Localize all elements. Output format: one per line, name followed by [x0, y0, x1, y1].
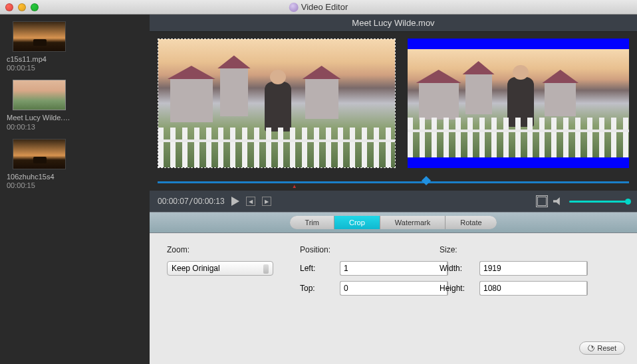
crop-output-preview [408, 39, 629, 168]
timeline-scrubber[interactable]: ▲ [292, 183, 297, 189]
crop-source-preview[interactable] [158, 39, 396, 168]
preview-row [150, 32, 637, 175]
window-controls [5, 3, 39, 11]
left-field[interactable] [340, 261, 447, 276]
width-field[interactable] [479, 261, 586, 276]
zoom-label: Zoom: [167, 245, 273, 254]
clip-thumbnail [13, 80, 66, 110]
clip-name: 106zhuhc15s4 [7, 172, 72, 181]
left-label: Left: [300, 264, 333, 273]
volume-icon[interactable] [553, 197, 563, 205]
left-input[interactable]: ▲▼ [340, 261, 413, 276]
zoom-window-button[interactable] [31, 3, 39, 11]
clip-item[interactable]: c15s11.mp4 00:00:15 [7, 21, 72, 72]
clip-thumbnail [13, 139, 66, 169]
height-input[interactable]: ▲▼ [479, 281, 553, 296]
top-field[interactable] [340, 281, 447, 296]
volume-slider[interactable] [569, 201, 629, 203]
clip-item[interactable]: 106zhuhc15s4 00:00:15 [7, 139, 72, 189]
zoom-select-value: Keep Orinigal [172, 264, 220, 273]
playback-controls: 00:00:07/00:00:13 ◀ ▶ [150, 191, 637, 212]
reset-button[interactable]: Reset [579, 341, 625, 355]
crop-panel: Zoom: Keep Orinigal ▲▼ Position: Left: ▲… [150, 233, 637, 364]
play-button[interactable] [231, 197, 239, 206]
position-label: Position: [300, 245, 413, 254]
tab-crop[interactable]: Crop [334, 216, 380, 229]
edit-tabs: Trim Crop Watermark Rotate [150, 212, 637, 233]
height-field[interactable] [479, 281, 586, 296]
close-window-button[interactable] [5, 3, 13, 11]
minimize-window-button[interactable] [18, 3, 26, 11]
timeline-playhead[interactable] [422, 176, 431, 185]
size-label: Size: [440, 245, 553, 254]
app-title: Video Editor [289, 2, 348, 12]
main-area: Meet Lucy Wilde.mov [150, 15, 637, 364]
step-forward-button[interactable]: ▶ [262, 197, 271, 206]
app-title-text: Video Editor [301, 2, 348, 12]
tab-rotate[interactable]: Rotate [446, 216, 496, 229]
clip-item[interactable]: Meet Lucy Wilde.mov 00:00:13 [7, 80, 72, 130]
titlebar: Video Editor [0, 0, 637, 15]
clip-duration: 00:00:13 [7, 123, 72, 131]
clip-name: c15s11.mp4 [7, 54, 72, 64]
zoom-select[interactable]: Keep Orinigal ▲▼ [167, 261, 273, 276]
timeline[interactable]: ▲ [150, 175, 637, 191]
top-label: Top: [300, 284, 333, 293]
width-input[interactable]: ▲▼ [479, 261, 553, 276]
height-label: Height: [440, 284, 473, 293]
top-input[interactable]: ▲▼ [340, 281, 413, 296]
tab-trim[interactable]: Trim [290, 216, 334, 229]
clip-duration: 00:00:15 [7, 181, 72, 189]
step-back-button[interactable]: ◀ [246, 197, 255, 206]
clip-thumbnail [13, 21, 66, 52]
fullscreen-button[interactable] [537, 197, 547, 206]
clip-name: Meet Lucy Wilde.mov [7, 113, 72, 122]
app-icon [289, 3, 299, 12]
tab-watermark[interactable]: Watermark [380, 216, 446, 229]
reset-label: Reset [597, 344, 616, 352]
width-label: Width: [440, 264, 473, 273]
current-file-header: Meet Lucy Wilde.mov [150, 15, 637, 32]
reset-icon [586, 343, 596, 353]
clip-duration: 00:00:15 [7, 64, 72, 72]
time-display: 00:00:07/00:00:13 [158, 197, 225, 206]
clip-library: c15s11.mp4 00:00:15 Meet Lucy Wilde.mov … [0, 15, 150, 364]
